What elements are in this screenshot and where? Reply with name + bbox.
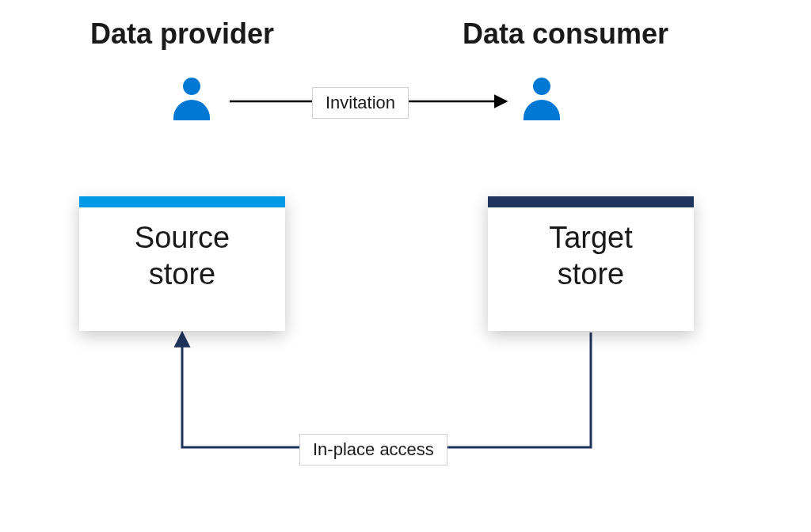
title-data-provider: Data provider <box>90 17 274 51</box>
source-store-accent <box>79 196 285 207</box>
label-invitation: Invitation <box>312 87 409 119</box>
source-store-box: Source store <box>79 196 285 331</box>
title-data-consumer: Data consumer <box>463 17 668 51</box>
source-store-line1: Source <box>135 221 230 254</box>
target-store-box: Target store <box>488 196 694 331</box>
in-place-access-connector <box>182 332 591 447</box>
source-store-line2: store <box>79 256 285 293</box>
user-icon-consumer <box>523 78 561 120</box>
label-in-place-access: In-place access <box>299 434 447 466</box>
target-store-line2: store <box>488 256 694 293</box>
diagram-canvas: Data provider Data consumer Invitation S… <box>0 0 811 532</box>
target-store-line1: Target <box>549 221 633 254</box>
user-icon-provider <box>173 78 211 120</box>
target-store-accent <box>488 196 694 207</box>
